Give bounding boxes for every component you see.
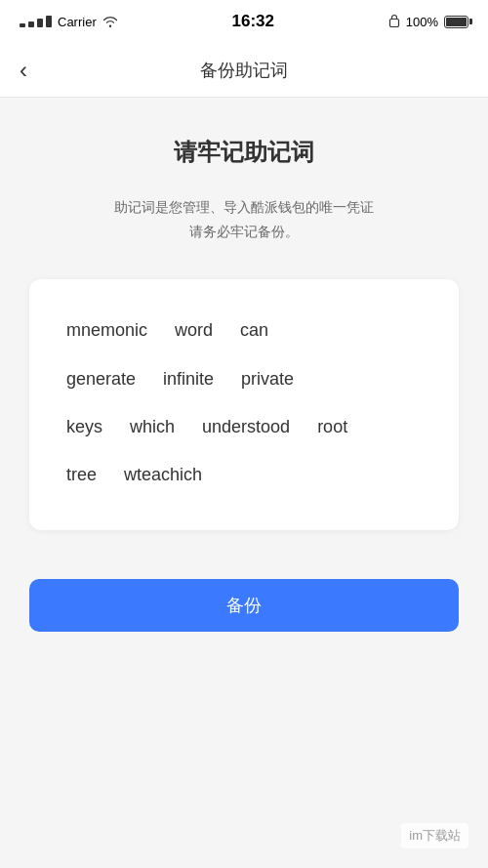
- lock-icon: [388, 14, 400, 30]
- back-button[interactable]: ‹: [20, 59, 27, 82]
- word-which: which: [116, 405, 188, 449]
- description: 助记词是您管理、导入酷派钱包的唯一凭证请务必牢记备份。: [29, 195, 459, 244]
- status-bar: Carrier 16:32 100%: [0, 0, 488, 43]
- mnemonic-row-1: mnemonic word can: [53, 309, 435, 352]
- status-left: Carrier: [20, 15, 118, 29]
- word-mnemonic: mnemonic: [53, 309, 161, 352]
- mnemonic-row-4: tree wteachich: [53, 453, 435, 497]
- carrier-label: Carrier: [58, 15, 97, 29]
- word-tree: tree: [53, 453, 110, 497]
- svg-rect-0: [389, 19, 398, 26]
- word-root: root: [304, 405, 361, 449]
- mnemonic-grid: mnemonic word can generate infinite priv…: [53, 309, 435, 501]
- section-title: 请牢记助记词: [29, 137, 459, 168]
- backup-button[interactable]: 备份: [29, 579, 459, 632]
- status-time: 16:32: [232, 12, 274, 31]
- watermark: im下载站: [401, 823, 468, 848]
- status-right: 100%: [388, 14, 468, 30]
- mnemonic-row-3: keys which understood root: [53, 405, 435, 449]
- nav-title: 备份助记词: [200, 59, 288, 82]
- signal-icon: [20, 16, 52, 27]
- main-content: 请牢记助记词 助记词是您管理、导入酷派钱包的唯一凭证请务必牢记备份。 mnemo…: [0, 98, 488, 868]
- battery-icon: [444, 16, 468, 28]
- wifi-icon: [102, 16, 118, 27]
- battery-percent: 100%: [406, 15, 438, 29]
- word-keys: keys: [53, 405, 116, 449]
- word-word: word: [161, 309, 226, 352]
- word-infinite: infinite: [149, 357, 227, 401]
- mnemonic-card: mnemonic word can generate infinite priv…: [29, 279, 459, 530]
- word-can: can: [226, 309, 282, 352]
- word-private: private: [227, 357, 307, 401]
- word-generate: generate: [53, 357, 149, 401]
- word-understood: understood: [188, 405, 304, 449]
- mnemonic-row-2: generate infinite private: [53, 357, 435, 401]
- word-wteachich: wteachich: [110, 453, 216, 497]
- battery-fill: [446, 18, 467, 26]
- nav-bar: ‹ 备份助记词: [0, 43, 488, 98]
